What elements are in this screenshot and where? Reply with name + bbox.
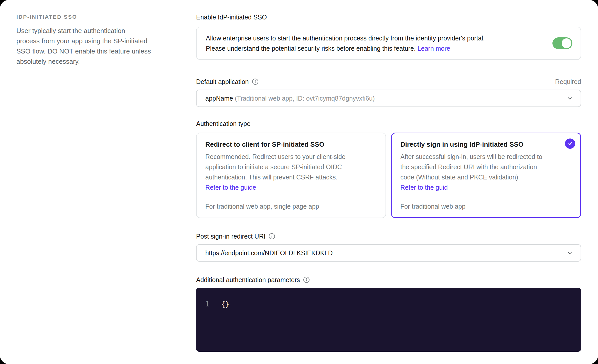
- line-code: {}: [221, 299, 229, 309]
- enable-sso-label: Enable IdP-initiated SSO: [196, 13, 581, 21]
- enable-sso-description: Allow enterprise users to start the auth…: [206, 33, 485, 53]
- json-code-editor[interactable]: 1 {}: [196, 288, 581, 352]
- selected-app-name: appName: [205, 95, 233, 102]
- refer-guide-link[interactable]: Refer to the guid: [400, 184, 448, 191]
- enable-sso-description-line2: Please understand the potential security…: [206, 43, 485, 53]
- option-title: Directly sign in using IdP-initiated SSO: [400, 139, 572, 149]
- additional-params-label: Additional authentication parameters: [196, 276, 300, 284]
- option-title: Redirect to client for SP-initiated SSO: [205, 139, 377, 149]
- settings-page: IDP-INITIATED SSO User typically start t…: [0, 0, 598, 364]
- enable-sso-toggle[interactable]: [552, 37, 572, 49]
- auth-option-idp-initiated[interactable]: Directly sign in using IdP-initiated SSO…: [391, 133, 581, 218]
- authentication-type-label: Authentication type: [196, 120, 581, 127]
- enable-sso-card: Allow enterprise users to start the auth…: [196, 27, 581, 60]
- required-badge: Required: [555, 78, 581, 85]
- check-icon: [567, 141, 573, 146]
- default-application-select[interactable]: appName (Traditional web app, ID: ovt7ic…: [196, 90, 581, 107]
- selected-check-badge: [565, 138, 575, 149]
- chevron-down-icon: [566, 95, 573, 102]
- additional-params-header: Additional authentication parameters: [196, 276, 581, 284]
- option-description: After successful sign-in, users will be …: [400, 152, 572, 182]
- option-footnote: For traditional web app: [400, 202, 572, 211]
- chevron-down-icon: [566, 249, 573, 256]
- option-footnote: For traditional web app, single page app: [205, 202, 377, 211]
- info-icon[interactable]: [252, 78, 259, 85]
- selected-app-detail: (Traditional web app, ID: ovt7icymq87dgn…: [235, 95, 375, 102]
- form-column: Enable IdP-initiated SSO Allow enterpris…: [196, 0, 581, 352]
- default-application-label: Default application: [196, 78, 249, 85]
- line-number: 1: [204, 299, 210, 309]
- refer-guide-link[interactable]: Refer to the guide: [205, 184, 256, 191]
- authentication-type-options: Redirect to client for SP-initiated SSO …: [196, 133, 581, 218]
- redirect-uri-value: https://endpoint.com/NDIEOLDLKSIEKDKLD: [205, 249, 333, 257]
- section-title: IDP-INITIATED SSO: [16, 14, 175, 20]
- option-description: Recommended. Redirect users to your clie…: [205, 152, 377, 182]
- redirect-uri-label: Post sign-in redirect URI: [196, 232, 265, 240]
- info-icon[interactable]: [303, 276, 310, 283]
- toggle-knob: [562, 38, 571, 48]
- section-sidebar: IDP-INITIATED SSO User typically start t…: [16, 14, 175, 67]
- code-line: 1 {}: [204, 299, 573, 309]
- auth-option-sp-initiated[interactable]: Redirect to client for SP-initiated SSO …: [196, 133, 386, 218]
- info-icon[interactable]: [269, 233, 275, 240]
- redirect-uri-select[interactable]: https://endpoint.com/NDIEOLDLKSIEKDKLD: [196, 244, 581, 262]
- redirect-uri-header: Post sign-in redirect URI: [196, 232, 581, 240]
- learn-more-link[interactable]: Learn more: [418, 45, 450, 52]
- enable-sso-description-line1: Allow enterprise users to start the auth…: [206, 33, 485, 43]
- default-application-header: Default application Required: [196, 78, 581, 85]
- section-description: User typically start the authenticationp…: [16, 26, 175, 67]
